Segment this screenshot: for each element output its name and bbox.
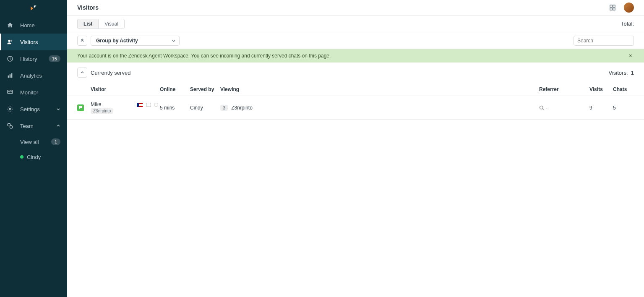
viewing-page: Z3nrpinto: [231, 105, 253, 111]
main-content: Visitors List Visual Total: Group by Act…: [67, 0, 644, 297]
cell-chats: 5: [613, 105, 634, 111]
page-title: Visitors: [77, 4, 99, 11]
gear-icon: [7, 106, 13, 112]
chevron-down-icon: [56, 107, 60, 111]
banner-close-button[interactable]: ×: [627, 52, 634, 59]
sidebar-item-home[interactable]: Home: [0, 17, 67, 34]
col-visits: Visits: [589, 86, 613, 92]
section-header: Currently served Visitors: 1: [67, 63, 644, 83]
visitor-accent: Z3nrpinto: [91, 108, 113, 114]
sidebar-item-settings[interactable]: Settings: [0, 101, 67, 117]
banner-text: Your account is on the Zendesk Agent Wor…: [77, 53, 331, 59]
svg-rect-11: [613, 5, 615, 7]
sub-label: View all: [20, 139, 39, 145]
monitor-icon: [7, 89, 13, 96]
svg-rect-5: [11, 73, 13, 78]
sub-label: Cindy: [27, 154, 41, 160]
sidebar-item-team[interactable]: Team: [0, 117, 67, 134]
svg-rect-12: [610, 8, 612, 10]
viewing-count-badge: 3: [220, 105, 228, 111]
workspace-banner: Your account is on the Zendesk Agent Wor…: [67, 49, 644, 63]
device-icon: [146, 103, 151, 107]
col-referrer: Referrer: [539, 86, 589, 92]
chat-active-icon: [77, 104, 84, 111]
svg-point-8: [8, 123, 10, 126]
col-online: Online: [160, 86, 190, 92]
group-by-label: Group by Activity: [96, 38, 138, 44]
nav-label: Monitor: [20, 89, 60, 96]
svg-point-9: [10, 125, 13, 128]
cell-visits: 9: [589, 105, 613, 111]
search-icon: [539, 105, 544, 110]
section-title: Currently served: [91, 70, 130, 76]
view-all-badge: 1: [51, 138, 60, 145]
view-mode-toggle: List Visual: [77, 19, 125, 29]
svg-point-14: [540, 106, 543, 109]
nav-label: Settings: [20, 106, 56, 112]
cell-referrer: -: [546, 105, 548, 111]
sidebar-item-analytics[interactable]: Analytics: [0, 67, 67, 84]
apps-icon[interactable]: [610, 5, 615, 10]
chevron-down-icon: [172, 39, 176, 43]
search-input[interactable]: [574, 36, 634, 46]
online-status-dot: [20, 155, 23, 159]
nav-label: Home: [20, 22, 60, 29]
browser-icon: [154, 103, 158, 107]
page-header: Visitors: [67, 0, 644, 16]
group-by-select[interactable]: Group by Activity: [91, 36, 180, 46]
collapse-all-button[interactable]: [77, 36, 87, 46]
section-visitors-count: 1: [631, 70, 634, 76]
table-row[interactable]: Mike Z3nrpinto 5 mins Cindy 3 Z3nrpinto: [67, 96, 644, 120]
user-avatar[interactable]: [624, 3, 634, 13]
cell-online: 5 mins: [160, 105, 190, 111]
nav-label: Visitors: [20, 39, 60, 45]
sidebar-item-history[interactable]: History 15: [0, 50, 67, 67]
section-collapse-button[interactable]: [77, 68, 87, 78]
svg-point-1: [10, 40, 12, 42]
view-mode-list[interactable]: List: [78, 19, 98, 29]
subheader: List Visual Total:: [67, 16, 644, 32]
sidebar-item-monitor[interactable]: Monitor: [0, 84, 67, 101]
svg-rect-13: [613, 8, 615, 10]
sidebar-item-visitors[interactable]: Visitors: [0, 34, 67, 50]
cell-served-by: Cindy: [190, 105, 220, 111]
product-logo: [0, 0, 67, 17]
table-header: Visitor Online Served by Viewing Referre…: [67, 83, 644, 96]
visitors-table: Visitor Online Served by Viewing Referre…: [67, 83, 644, 120]
visitors-icon: [7, 39, 13, 45]
history-badge: 15: [49, 55, 60, 62]
svg-point-7: [9, 108, 11, 110]
section-visitors-label: Visitors:: [609, 70, 628, 76]
svg-rect-3: [8, 76, 9, 78]
col-viewing: Viewing: [220, 86, 539, 92]
col-chats: Chats: [613, 86, 634, 92]
svg-rect-4: [10, 74, 11, 78]
toolbar: Group by Activity: [67, 32, 644, 49]
sidebar: Home Visitors History 15 Analytics Monit…: [0, 0, 67, 297]
team-subitem-view-all[interactable]: View all 1: [0, 134, 67, 149]
total-count: Total:: [621, 21, 634, 27]
chevron-up-icon: [56, 124, 60, 128]
history-icon: [7, 55, 13, 62]
home-icon: [7, 22, 13, 29]
country-flag-icon: [137, 103, 143, 107]
team-subitem-agent[interactable]: Cindy: [0, 149, 67, 164]
nav-label: History: [20, 56, 49, 62]
team-icon: [7, 122, 13, 129]
nav-label: Analytics: [20, 73, 60, 79]
col-visitor: Visitor: [91, 86, 160, 92]
nav-label: Team: [20, 123, 56, 129]
svg-rect-10: [610, 5, 612, 7]
svg-point-0: [8, 40, 10, 42]
analytics-icon: [7, 72, 13, 79]
view-mode-visual[interactable]: Visual: [98, 19, 124, 29]
visitor-name: Mike: [91, 102, 101, 107]
col-served: Served by: [190, 86, 220, 92]
